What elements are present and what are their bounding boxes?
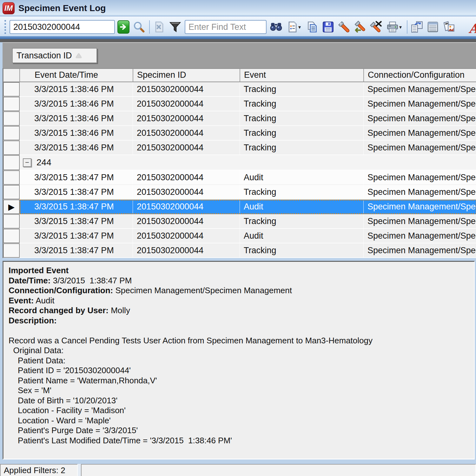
row-selector-cell[interactable]: ▶ [3, 82, 20, 96]
configure-checkin-button[interactable] [354, 20, 366, 34]
table-row[interactable]: ▶ 3/3/2015 1:38:46 PM 20150302000044 Tra… [3, 111, 476, 126]
report-button[interactable] [426, 20, 439, 34]
group-row[interactable]: − 244 [3, 155, 476, 170]
cell-connection-configuration[interactable]: Specimen Management/Specimen Management [364, 126, 476, 141]
search-button[interactable] [133, 20, 145, 34]
cell-connection-configuration[interactable]: Specimen Management/Specimen Management [364, 141, 476, 155]
cell-event-datetime[interactable]: 3/3/2015 1:38:47 PM [20, 229, 133, 243]
detail-description: Record was a Cancel Pending Tests User A… [9, 336, 469, 446]
cell-connection-configuration[interactable]: Specimen Management/Specimen Management [364, 97, 476, 111]
transfer-document-icon [411, 21, 423, 33]
cell-event-datetime[interactable]: 3/3/2015 1:38:47 PM [20, 214, 133, 229]
filter-button[interactable] [169, 20, 182, 34]
view-options-button[interactable]: ▾ [286, 20, 303, 34]
cell-connection-configuration[interactable]: Specimen Management/Specimen Management [364, 214, 476, 229]
image-report-button[interactable] [442, 20, 455, 34]
table-row[interactable]: ▶ 3/3/2015 1:38:47 PM 20150302000044 Tra… [3, 243, 476, 258]
table-row[interactable]: ▶ 3/3/2015 1:38:47 PM 20150302000044 Tra… [3, 214, 476, 229]
table-row[interactable]: ▶ 3/3/2015 1:38:47 PM 20150302000044 Aud… [3, 200, 476, 214]
cell-specimen-id[interactable]: 20150302000044 [133, 126, 240, 141]
table-row[interactable]: ▶ 3/3/2015 1:38:47 PM 20150302000044 Tra… [3, 185, 476, 200]
cell-event-datetime[interactable]: 3/3/2015 1:38:47 PM [20, 170, 133, 185]
group-by-field-label: Transaction ID [17, 51, 72, 61]
row-selector-cell[interactable]: ▶ [3, 229, 20, 243]
cell-event[interactable]: Tracking [240, 243, 364, 258]
row-selector-cell[interactable]: ▶ [3, 243, 20, 258]
configure-delete-button[interactable] [369, 20, 382, 34]
cell-event[interactable]: Audit [240, 200, 364, 214]
cell-event-datetime[interactable]: 3/3/2015 1:38:47 PM [20, 243, 133, 258]
cell-specimen-id[interactable]: 20150302000044 [133, 200, 240, 214]
row-selector-cell[interactable] [3, 155, 20, 170]
table-row[interactable]: ▶ 3/3/2015 1:38:46 PM 20150302000044 Tra… [3, 126, 476, 141]
cell-specimen-id[interactable]: 20150302000044 [133, 141, 240, 155]
row-selector-cell[interactable]: ▶ [3, 170, 20, 185]
cell-connection-configuration[interactable]: Specimen Management/Specimen Management [364, 200, 476, 214]
print-button[interactable]: ▾ [385, 20, 403, 34]
row-selector-cell[interactable]: ▶ [3, 97, 20, 111]
configure-button[interactable] [338, 20, 350, 34]
cell-specimen-id[interactable]: 20150302000044 [133, 170, 240, 185]
table-row[interactable]: ▶ 3/3/2015 1:38:46 PM 20150302000044 Tra… [3, 82, 476, 97]
copy-button[interactable] [306, 20, 319, 34]
cell-event[interactable]: Audit [240, 170, 364, 185]
column-header-connection-configuration[interactable]: Connection/Configuration [364, 68, 476, 82]
row-selector-cell[interactable]: ▶ [3, 214, 20, 228]
cell-event-datetime[interactable]: 3/3/2015 1:38:47 PM [20, 185, 133, 200]
column-header-event[interactable]: Event [240, 68, 364, 82]
cell-connection-configuration[interactable]: Specimen Management/Specimen Management [364, 229, 476, 243]
description-line: Date of Birth = '10/20/2013' [9, 396, 469, 406]
cell-specimen-id[interactable]: 20150302000044 [133, 82, 240, 97]
group-by-field-button[interactable]: Transaction ID [12, 48, 97, 63]
cell-specimen-id[interactable]: 20150302000044 [133, 111, 240, 126]
table-row[interactable]: ▶ 3/3/2015 1:38:46 PM 20150302000044 Tra… [3, 141, 476, 155]
cell-event[interactable]: Tracking [240, 126, 364, 141]
find-next-button[interactable] [270, 20, 282, 34]
cell-specimen-id[interactable]: 20150302000044 [133, 97, 240, 111]
cell-event-datetime[interactable]: 3/3/2015 1:38:46 PM [20, 82, 133, 97]
go-button[interactable] [117, 20, 129, 34]
cell-connection-configuration[interactable]: Specimen Management/Specimen Management [364, 185, 476, 200]
find-text-input[interactable] [185, 20, 267, 34]
row-selector-cell[interactable]: ▶ [3, 141, 20, 155]
cell-event[interactable]: Tracking [240, 185, 364, 200]
cell-event[interactable]: Tracking [240, 214, 364, 229]
column-header-event-datetime[interactable]: Event Date/Time [20, 68, 133, 82]
table-row[interactable]: ▶ 3/3/2015 1:38:47 PM 20150302000044 Aud… [3, 170, 476, 185]
cell-event[interactable]: Audit [240, 229, 364, 243]
current-row-pointer-icon: ▶ [8, 202, 15, 212]
row-selector-cell[interactable]: ▶ [3, 185, 20, 199]
table-row[interactable]: ▶ 3/3/2015 1:38:47 PM 20150302000044 Aud… [3, 229, 476, 243]
cell-event-datetime[interactable]: 3/3/2015 1:38:46 PM [20, 111, 133, 126]
cell-connection-configuration[interactable]: Specimen Management/Specimen Management [364, 170, 476, 185]
group-by-band[interactable]: Transaction ID [3, 42, 476, 68]
cell-event[interactable]: Tracking [240, 97, 364, 111]
toolbar-grip-handle[interactable] [4, 20, 6, 34]
cell-event[interactable]: Tracking [240, 82, 364, 97]
table-row[interactable]: ▶ 3/3/2015 1:38:46 PM 20150302000044 Tra… [3, 97, 476, 111]
clear-find-button[interactable] [153, 20, 166, 34]
cell-event-datetime[interactable]: 3/3/2015 1:38:46 PM [20, 141, 133, 155]
cell-specimen-id[interactable]: 20150302000044 [133, 229, 240, 243]
cell-event[interactable]: Tracking [240, 141, 364, 155]
collapse-group-icon[interactable]: − [23, 158, 31, 167]
cell-event-datetime[interactable]: 3/3/2015 1:38:46 PM [20, 97, 133, 111]
cell-event-datetime[interactable]: 3/3/2015 1:38:46 PM [20, 126, 133, 141]
transfer-button[interactable] [411, 20, 423, 34]
row-selector-cell[interactable]: ▶ [3, 126, 20, 140]
cell-connection-configuration[interactable]: Specimen Management/Specimen Management [364, 82, 476, 97]
row-selector-cell[interactable]: ▶ [3, 200, 20, 214]
row-selector-cell[interactable]: ▶ [3, 111, 20, 126]
save-button[interactable] [322, 20, 334, 34]
column-header-specimen-id[interactable]: Specimen ID [133, 68, 240, 82]
cell-specimen-id[interactable]: 20150302000044 [133, 185, 240, 200]
filter-funnel-icon [169, 21, 181, 33]
cell-event[interactable]: Tracking [240, 111, 364, 126]
record-search-input[interactable] [10, 20, 115, 34]
cell-connection-configuration[interactable]: Specimen Management/Specimen Management [364, 111, 476, 126]
cell-connection-configuration[interactable]: Specimen Management/Specimen Management [364, 243, 476, 258]
cell-specimen-id[interactable]: 20150302000044 [133, 243, 240, 258]
cell-event-datetime[interactable]: 3/3/2015 1:38:47 PM [20, 200, 133, 214]
font-letter-a-icon[interactable]: A [469, 21, 476, 36]
cell-specimen-id[interactable]: 20150302000044 [133, 214, 240, 229]
